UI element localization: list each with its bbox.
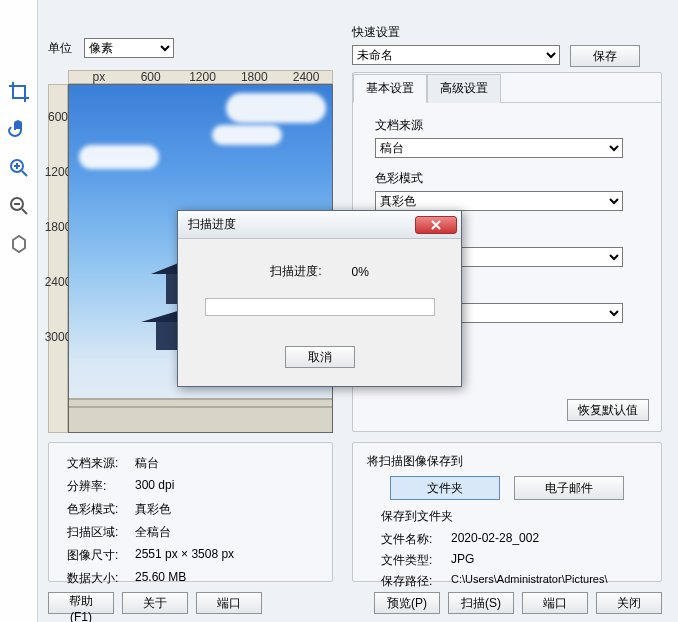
progress-label: 扫描进度: (270, 263, 321, 280)
progress-bar (205, 298, 435, 316)
crop-icon[interactable] (7, 80, 31, 104)
save-sub: 保存到文件夹 (381, 508, 647, 525)
vertical-toolbar (0, 0, 38, 622)
save-email-button[interactable]: 电子邮件 (514, 476, 624, 500)
info-panel: 文档来源:稿台 分辨率:300 dpi 色彩模式:真彩色 扫描区域:全稿台 图像… (48, 442, 333, 582)
tab-basic[interactable]: 基本设置 (353, 74, 427, 103)
save-folder-button[interactable]: 文件夹 (390, 476, 500, 500)
save-preset-button[interactable]: 保存 (570, 45, 640, 67)
save-panel: 将扫描图像保存到 文件夹 电子邮件 保存到文件夹 文件名称:2020-02-28… (352, 442, 662, 582)
close-icon (431, 220, 441, 230)
restore-defaults-button[interactable]: 恢复默认值 (567, 399, 649, 421)
save-title: 将扫描图像保存到 (367, 453, 647, 470)
preview-button[interactable]: 预览(P) (374, 592, 440, 614)
tab-advanced[interactable]: 高级设置 (427, 74, 501, 103)
quick-label: 快速设置 (352, 24, 640, 41)
zoom-in-icon[interactable] (7, 156, 31, 180)
scan-progress-dialog: 扫描进度 扫描进度: 0% 取消 (177, 210, 462, 387)
source-label: 文档来源 (375, 117, 639, 134)
recycle-icon[interactable] (7, 232, 31, 256)
port2-button[interactable]: 端口 (522, 592, 588, 614)
color-label: 色彩模式 (375, 170, 639, 187)
hand-icon[interactable] (7, 118, 31, 142)
quick-select[interactable]: 未命名 (352, 45, 560, 65)
cancel-button[interactable]: 取消 (285, 346, 355, 368)
dialog-title: 扫描进度 (188, 216, 236, 233)
dialog-titlebar[interactable]: 扫描进度 (178, 211, 461, 239)
scan-button[interactable]: 扫描(S) (448, 592, 514, 614)
unit-select[interactable]: 像素 (84, 38, 174, 58)
source-select[interactable]: 稿台 (375, 138, 623, 158)
settings-tabs: 基本设置 高级设置 (353, 73, 661, 103)
help-button[interactable]: 帮助(F1) (48, 592, 114, 614)
close-button[interactable]: 关闭 (596, 592, 662, 614)
quick-settings: 快速设置 未命名 保存 (352, 24, 640, 67)
dialog-close-button[interactable] (415, 216, 457, 234)
unit-row: 单位 像素 (48, 38, 174, 58)
zoom-out-icon[interactable] (7, 194, 31, 218)
ruler-horizontal: px600120018002400 (68, 70, 333, 84)
port-button[interactable]: 端口 (196, 592, 262, 614)
bottom-toolbar: 帮助(F1) 关于 端口 预览(P) 扫描(S) 端口 关闭 (48, 592, 662, 614)
color-select[interactable]: 真彩色 (375, 191, 623, 211)
ruler-vertical: 6001200180024003000 (48, 84, 68, 433)
unit-label: 单位 (48, 40, 72, 57)
progress-value: 0% (352, 265, 369, 279)
about-button[interactable]: 关于 (122, 592, 188, 614)
